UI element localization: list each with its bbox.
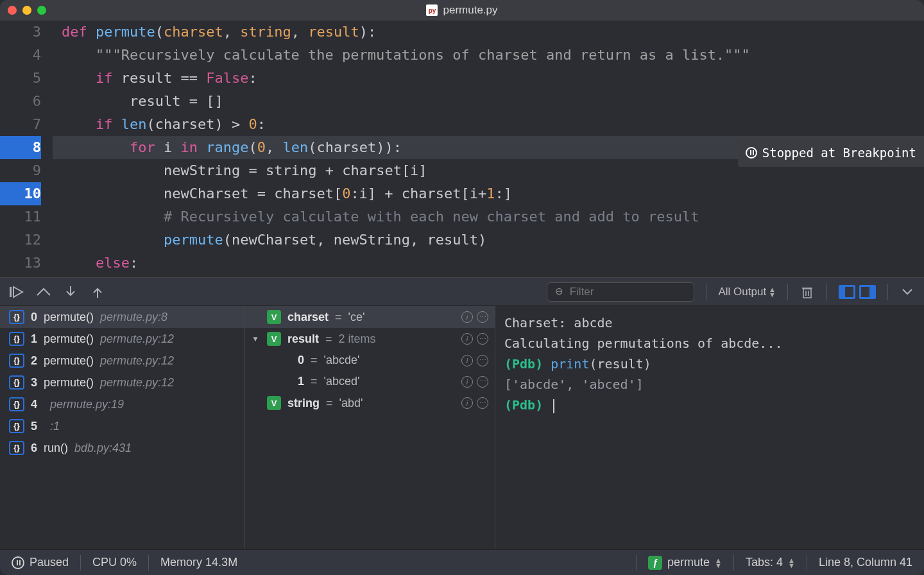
variable-row[interactable]: 0 = 'abcde'i⋯ <box>245 350 495 371</box>
chevron-down-icon[interactable] <box>900 284 915 300</box>
breakpoint-status-badge: Stopped at Breakpoint <box>738 139 924 167</box>
more-icon[interactable]: ⋯ <box>477 333 488 345</box>
variable-icon: V <box>267 332 281 346</box>
step-into-button[interactable] <box>63 284 78 300</box>
info-icon[interactable]: i <box>461 355 473 366</box>
output-filter-select[interactable]: All Output▲▼ <box>718 286 776 298</box>
function-icon: ƒ <box>648 556 662 570</box>
svg-marker-2 <box>13 287 22 297</box>
variable-row[interactable]: Vstring = 'abd'i⋯ <box>245 392 495 414</box>
trash-button[interactable] <box>800 284 815 300</box>
callstack-frame[interactable]: {}3 permute() permute.py:12 <box>0 372 244 393</box>
frame-icon: {} <box>9 441 24 455</box>
close-window-button[interactable] <box>8 6 17 15</box>
frame-icon: {} <box>9 332 24 346</box>
filter-input-wrapper[interactable] <box>547 282 694 302</box>
statusbar: Paused CPU 0% Memory 14.3M ƒpermute▲▼ Ta… <box>0 549 924 575</box>
callstack-pane[interactable]: {}0 permute() permute.py:8{}1 permute() … <box>0 306 245 549</box>
layout-right-button[interactable] <box>859 285 876 299</box>
console-cursor <box>553 399 554 413</box>
frame-icon: {} <box>9 397 24 411</box>
code-editor[interactable]: 3 4 5 6 7 8 9 10 11 12 13 def permute(ch… <box>0 21 924 277</box>
frame-icon: {} <box>9 310 24 324</box>
callstack-frame[interactable]: {}2 permute() permute.py:12 <box>0 350 244 372</box>
window-title: permute.py <box>443 4 497 17</box>
callstack-frame[interactable]: {}5 :1 <box>0 415 244 437</box>
disclosure-triangle-icon[interactable]: ▼ <box>252 334 261 343</box>
symbol-select[interactable]: ƒpermute▲▼ <box>637 550 733 575</box>
info-icon[interactable]: i <box>461 397 473 409</box>
more-icon[interactable]: ⋯ <box>477 355 488 366</box>
console-result: ['abcde', 'abced'] <box>504 374 915 395</box>
variable-row[interactable]: ▼Vresult = 2 itemsi⋯ <box>245 328 495 350</box>
console-output: Calculating permutations of abcde... <box>504 333 915 354</box>
filter-icon <box>555 287 564 297</box>
pause-icon <box>12 556 24 569</box>
callstack-frame[interactable]: {}0 permute() permute.py:8 <box>0 306 244 328</box>
continue-button[interactable] <box>9 284 24 300</box>
more-icon[interactable]: ⋯ <box>477 397 488 409</box>
cursor-position[interactable]: Line 8, Column 41 <box>807 550 924 575</box>
memory-usage: Memory 14.3M <box>149 550 249 575</box>
variable-icon: V <box>267 310 281 324</box>
callstack-frame[interactable]: {}4 permute.py:19 <box>0 393 244 415</box>
debug-state: Paused <box>30 556 69 569</box>
variable-row[interactable]: Vcharset = 'ce'i⋯ <box>245 306 495 328</box>
python-file-icon: py <box>426 4 438 16</box>
more-icon[interactable]: ⋯ <box>477 311 488 323</box>
callstack-frame[interactable]: {}6 run() bdb.py:431 <box>0 437 244 459</box>
pdb-prompt: (Pdb) <box>504 397 551 413</box>
info-icon[interactable]: i <box>461 333 473 345</box>
step-over-button[interactable] <box>36 284 51 300</box>
info-icon[interactable]: i <box>461 376 473 388</box>
frame-icon: {} <box>9 375 24 390</box>
pdb-prompt: (Pdb) <box>504 356 551 372</box>
titlebar: py permute.py <box>0 0 924 21</box>
frame-icon: {} <box>9 354 24 368</box>
minimize-window-button[interactable] <box>22 6 31 15</box>
console-pane[interactable]: Charset: abcde Calculating permutations … <box>495 306 924 549</box>
cpu-usage: CPU 0% <box>81 550 148 575</box>
layout-left-button[interactable] <box>839 285 855 299</box>
filter-input[interactable] <box>570 286 687 298</box>
zoom-window-button[interactable] <box>37 6 46 15</box>
frame-icon: {} <box>9 419 24 433</box>
step-out-button[interactable] <box>90 284 105 300</box>
console-output: Charset: abcde <box>504 313 915 333</box>
svg-rect-1 <box>10 287 12 297</box>
variable-icon: V <box>267 396 281 410</box>
variables-pane[interactable]: Vcharset = 'ce'i⋯▼Vresult = 2 itemsi⋯0 =… <box>245 306 495 549</box>
pause-icon <box>746 147 757 159</box>
tabs-select[interactable]: Tabs: 4 ▲▼ <box>734 550 807 575</box>
variable-row[interactable]: 1 = 'abced'i⋯ <box>245 371 495 392</box>
info-icon[interactable]: i <box>461 311 473 323</box>
debug-toolbar: All Output▲▼ <box>0 278 924 306</box>
more-icon[interactable]: ⋯ <box>477 376 488 388</box>
gutter[interactable]: 3 4 5 6 7 8 9 10 11 12 13 <box>0 21 53 277</box>
callstack-frame[interactable]: {}1 permute() permute.py:12 <box>0 328 244 350</box>
svg-rect-7 <box>803 289 811 298</box>
